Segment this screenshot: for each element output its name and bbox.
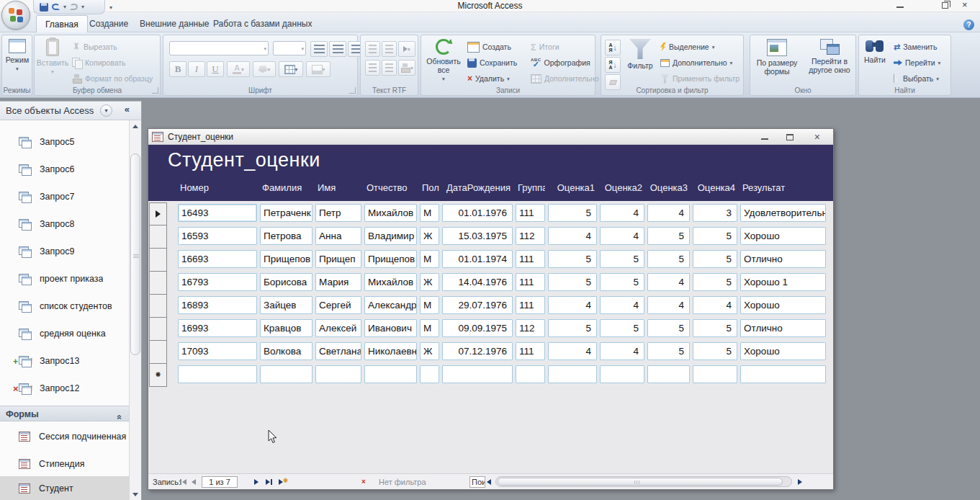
record-selector[interactable] <box>149 295 167 318</box>
cell-ocenka4[interactable]: 5 <box>693 342 737 360</box>
cell-ocenka3[interactable]: 4 <box>647 273 690 291</box>
cell-pol[interactable]: М <box>420 296 439 314</box>
font-size-combo[interactable]: ▾ <box>273 41 306 55</box>
cell-nomer[interactable]: 16493 <box>178 204 257 222</box>
last-record-button[interactable] <box>266 474 272 490</box>
undo-dropdown-icon[interactable]: ▾ <box>63 4 66 10</box>
nav-item-query[interactable]: Запрос9 <box>0 238 129 265</box>
nav-item-query[interactable]: Запрос5 <box>0 128 129 156</box>
new-blank-record-button[interactable]: ++ <box>279 474 291 490</box>
cell-empty[interactable] <box>420 365 439 383</box>
cell-nomer[interactable]: 16993 <box>178 319 257 337</box>
nav-item-query[interactable]: Запрос6 <box>0 156 129 183</box>
cell-nomer[interactable]: 17093 <box>178 342 257 360</box>
cell-ocenka1[interactable]: 5 <box>548 250 597 268</box>
numbered-list-button[interactable] <box>365 60 380 76</box>
form-minimize-icon[interactable] <box>761 138 768 140</box>
cell-imya[interactable]: Алексей <box>315 319 361 337</box>
totals-button[interactable]: Σ Итоги <box>531 40 559 54</box>
cell-data-rozhdeniya[interactable]: 29.07.1976 <box>442 296 513 314</box>
paste-button[interactable]: Вставить ▾ <box>37 39 68 76</box>
cell-empty[interactable] <box>364 365 417 383</box>
find-button[interactable]: Найти <box>860 39 889 64</box>
cell-rezultat[interactable]: Хорошо 1 <box>740 273 826 291</box>
hscroll-right-icon[interactable] <box>798 474 802 490</box>
cell-ocenka4[interactable]: 4 <box>693 296 737 314</box>
cell-pol[interactable]: Ж <box>420 342 439 360</box>
size-to-fit-form-button[interactable]: По размеру формы <box>753 39 801 76</box>
nav-item-query[interactable]: список студентов <box>0 293 129 320</box>
cell-data-rozhdeniya[interactable]: 01.01.1974 <box>442 250 513 268</box>
delete-record-button[interactable]: × Удалить ▾ <box>467 71 510 86</box>
cell-gruppa[interactable]: 112 <box>516 319 545 337</box>
advanced-filter-button[interactable]: Дополнительно ▾ <box>660 55 732 70</box>
record-selector[interactable] <box>149 226 167 249</box>
cell-rezultat[interactable]: Удовлетворительн <box>740 204 826 222</box>
filter-button[interactable]: Фильтр <box>624 39 656 70</box>
alternate-fill-button[interactable]: ▾ <box>306 61 331 77</box>
save-record-button[interactable]: Сохранить <box>467 55 517 70</box>
cell-pol[interactable]: М <box>420 319 439 337</box>
cell-pol[interactable]: М <box>420 250 439 268</box>
cell-nomer[interactable]: 16893 <box>178 296 257 314</box>
nav-item-query[interactable]: Запрос8 <box>0 210 129 238</box>
cell-pol[interactable]: Ж <box>420 273 439 291</box>
cell-data-rozhdeniya[interactable]: 09.09.1975 <box>442 319 513 337</box>
select-button[interactable]: Выбрать ▾ <box>894 71 939 86</box>
switch-windows-button[interactable]: Перейти в другое окно <box>805 39 854 74</box>
cell-nomer[interactable]: 16593 <box>178 227 257 245</box>
nav-item-form[interactable]: Стипендия <box>0 450 129 478</box>
cell-familiya[interactable]: Прищепов <box>260 250 313 268</box>
scroll-down-icon[interactable] <box>131 490 140 499</box>
cell-imya[interactable]: Светлана <box>315 342 361 360</box>
cell-data-rozhdeniya[interactable]: 14.04.1976 <box>442 273 513 291</box>
tab-rabota-s-bazami[interactable]: Работа с базами данных <box>204 15 320 32</box>
cell-ocenka4[interactable]: 5 <box>693 227 737 245</box>
cell-data-rozhdeniya[interactable]: 15.03.1975 <box>442 227 513 245</box>
cell-imya[interactable]: Анна <box>315 227 361 245</box>
fill-color-button[interactable]: ▾ <box>253 61 276 77</box>
previous-record-button[interactable] <box>192 474 196 490</box>
cell-gruppa[interactable]: 112 <box>516 227 545 245</box>
cell-nomer[interactable]: 16793 <box>178 273 257 291</box>
cell-ocenka2[interactable]: 4 <box>600 296 644 314</box>
cell-ocenka2[interactable]: 4 <box>600 204 644 222</box>
goto-button[interactable]: Перейти ▾ <box>894 55 940 70</box>
cell-ocenka3[interactable]: 5 <box>647 342 690 360</box>
sidebar-scrollbar[interactable] <box>129 120 141 500</box>
cell-gruppa[interactable]: 111 <box>516 204 545 222</box>
cell-ocenka1[interactable]: 4 <box>548 342 597 360</box>
cell-empty[interactable] <box>178 365 257 383</box>
cell-rezultat[interactable]: Отлично <box>740 250 826 268</box>
gridlines-button[interactable]: ▾ <box>279 61 303 77</box>
cell-imya[interactable]: Петр <box>315 204 361 222</box>
office-button[interactable] <box>1 1 30 30</box>
nav-item-form-selected[interactable]: Студент <box>0 476 129 500</box>
save-icon[interactable] <box>40 3 48 12</box>
cell-empty[interactable] <box>693 365 737 383</box>
filter-indicator[interactable]: × <box>364 474 374 490</box>
cell-data-rozhdeniya[interactable]: 07.12.1976 <box>442 342 513 360</box>
record-position-box[interactable]: 1 из 7 <box>202 476 238 488</box>
cell-rezultat[interactable]: Хорошо <box>740 296 826 314</box>
increase-indent-button[interactable] <box>382 41 397 57</box>
scrollbar-thumb[interactable] <box>130 153 140 355</box>
cell-empty[interactable] <box>600 365 644 383</box>
align-left-button[interactable] <box>310 41 328 57</box>
refresh-all-button[interactable]: Обновить все ▾ <box>426 39 462 83</box>
cell-gruppa[interactable]: 111 <box>516 342 545 360</box>
collapse-section-icon[interactable]: » <box>112 415 127 420</box>
nav-item-query[interactable]: средняя оценка <box>0 320 129 347</box>
cut-button[interactable]: Вырезать <box>72 40 117 54</box>
cell-familiya[interactable]: Волкова <box>260 342 313 360</box>
bold-button[interactable]: B <box>169 61 186 77</box>
sort-ascending-button[interactable]: АЯ↓ <box>605 40 621 55</box>
cell-ocenka4[interactable]: 5 <box>693 319 737 337</box>
cell-ocenka4[interactable]: 5 <box>693 273 737 291</box>
search-input[interactable]: Поиск <box>469 476 485 488</box>
cell-otchestvo[interactable]: Михайлов <box>364 204 417 222</box>
spelling-button[interactable]: ABC✓ Орфография <box>531 55 590 70</box>
cell-data-rozhdeniya[interactable]: 01.01.1976 <box>442 204 513 222</box>
cell-imya[interactable]: Прищеп <box>315 250 361 268</box>
cell-familiya[interactable]: Петраченк <box>260 204 313 222</box>
